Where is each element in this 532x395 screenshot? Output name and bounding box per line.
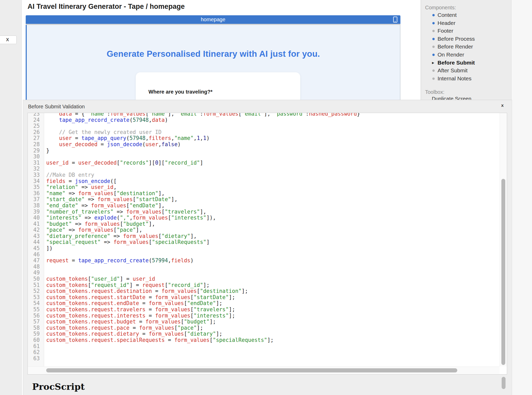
editor-vertical-scrollbar[interactable] — [500, 113, 507, 366]
code-line: "start_date" => form_values["startDate"]… — [46, 196, 500, 203]
toolbox-label: Toolbox: — [425, 89, 445, 95]
components-list: ContentHeaderFooterBefore ProcessBefore … — [421, 11, 511, 82]
code-editor[interactable]: 2324252627282930313233343536373839404142… — [28, 113, 507, 375]
sidebar-item-footer[interactable]: Footer — [421, 27, 511, 35]
sidebar-item-label: Before Render — [438, 44, 473, 50]
before-submit-validation-modal: Before Submit Validation x 2324252627282… — [23, 100, 512, 395]
scrollbar-corner — [500, 366, 507, 374]
travel-form-card: Where are you traveling?* — [136, 72, 300, 100]
code-line: user_decoded = json_decode(user,false) — [46, 142, 500, 148]
code-line: "name" => form_values["destination"], — [46, 191, 500, 197]
code-line: data = { "name":form_values["name"], "em… — [46, 113, 500, 117]
code-line: custom_tokens.request.interests = form_v… — [46, 313, 500, 319]
active-arrow-icon: ▸ — [432, 59, 434, 67]
code-line — [46, 123, 500, 129]
code-line: ]) — [46, 245, 500, 252]
sidebar-item-before-process[interactable]: Before Process — [421, 35, 511, 43]
code-area[interactable]: data = { "name":form_values["name"], "em… — [44, 113, 500, 366]
sidebar-item-before-submit[interactable]: ▸Before Submit — [421, 59, 511, 67]
sidebar-item-label: After Submit — [438, 67, 468, 73]
code-line: request = tape_app_record_create(57994,f… — [46, 258, 500, 264]
code-line: custom_tokens.request.destination = form… — [46, 288, 500, 294]
code-line: fields = json_encode([ — [46, 178, 500, 185]
components-label: Components: — [425, 5, 456, 11]
status-dot-icon — [432, 77, 435, 80]
code-line: custom_tokens.request.pace = form_values… — [46, 325, 500, 331]
destination-question-label: Where are you traveling?* — [148, 89, 213, 95]
status-dot-icon — [432, 30, 435, 32]
status-dot-icon — [432, 38, 435, 40]
code-line: //Make DB entry — [46, 172, 500, 178]
panel-close-button[interactable]: X — [0, 36, 17, 44]
code-line: custom_tokens["user_id"] = user_id — [46, 276, 500, 282]
status-dot-icon — [432, 22, 435, 24]
code-line — [46, 356, 500, 362]
close-x-icon: X — [6, 37, 9, 43]
preview-content: Generate Personalised Itinerary with AI … — [26, 25, 400, 100]
code-line: "dietary_preference" => form_values["die… — [46, 233, 500, 239]
sidebar-item-label: Before Process — [438, 36, 475, 42]
code-line: "interests" => explode(",",form_values["… — [46, 215, 500, 221]
line-number-gutter: 2324252627282930313233343536373839404142… — [28, 113, 44, 366]
gutter-numbers: 2324252627282930313233343536373839404142… — [28, 113, 44, 362]
code-line: user = tape_app_query(57948,filters,"nam… — [46, 135, 500, 142]
editor-vertical-scrollbar-thumb[interactable] — [501, 179, 505, 365]
language-label: ProcScript — [32, 382, 85, 392]
code-line — [46, 343, 500, 350]
page-title: AI Travel Itinerary Generator - Tape / h… — [28, 3, 185, 11]
sidebar-item-label: Footer — [438, 28, 453, 34]
code-line — [46, 270, 500, 276]
code-line: custom_tokens.request.endDate = form_val… — [46, 300, 500, 307]
sidebar-item-header[interactable]: Header — [421, 19, 511, 27]
code-line: custom_tokens.request.specialRequests = … — [46, 337, 500, 343]
status-dot-icon — [432, 46, 435, 48]
code-line — [46, 252, 500, 258]
code-line — [46, 349, 500, 356]
code-line: "relation" => user_id, — [46, 184, 500, 191]
code-line: "end_date" => form_values["endDate"], — [46, 203, 500, 209]
sidebar-item-label: Internal Notes — [438, 75, 472, 81]
code-lines: data = { "name":form_values["name"], "em… — [46, 113, 500, 362]
sidebar-item-internal-notes[interactable]: Internal Notes — [421, 75, 511, 83]
editor-horizontal-scrollbar[interactable] — [28, 366, 500, 374]
sidebar-item-before-render[interactable]: Before Render — [421, 43, 511, 51]
page-background-right — [511, 0, 532, 395]
status-dot-icon — [432, 14, 435, 16]
app-preview-frame: homepage Generate Personalised Itinerary… — [26, 15, 400, 100]
code-line: // Get the newly created user ID — [46, 129, 500, 136]
code-line: custom_tokens.request.dietary = form_val… — [46, 331, 500, 337]
code-line — [46, 264, 500, 270]
code-line: } — [46, 148, 500, 154]
sidebar-item-on-render[interactable]: On Render — [421, 51, 511, 59]
code-line: custom_tokens.request.startDate = form_v… — [46, 294, 500, 301]
editor-horizontal-scrollbar-thumb[interactable] — [46, 368, 457, 372]
sidebar-item-label: Content — [438, 12, 457, 18]
code-line: tape_app_record_create(57948,data) — [46, 117, 500, 123]
left-panel-strip — [0, 0, 22, 395]
status-dot-icon — [432, 69, 435, 72]
code-line: "number_of_travelers" => form_values["tr… — [46, 209, 500, 215]
modal-scrollbar-thumb[interactable] — [502, 377, 506, 389]
close-x-icon: x — [501, 103, 503, 108]
sidebar-item-label: Before Submit — [438, 60, 475, 66]
modal-close-button[interactable]: x — [499, 102, 506, 109]
code-line: "special_request" => form_values["specia… — [46, 239, 500, 245]
code-line — [46, 166, 500, 172]
code-line: custom_tokens.request.travelers = form_v… — [46, 307, 500, 313]
code-line: custom_tokens.request.budget = form_valu… — [46, 319, 500, 325]
sidebar-item-label: Header — [438, 20, 455, 26]
mobile-device-icon[interactable] — [393, 17, 397, 23]
preview-title-bar: homepage — [26, 15, 400, 24]
sidebar-item-content[interactable]: Content — [421, 11, 511, 19]
code-line: "budget" => form_values["budget"], — [46, 221, 500, 227]
status-dot-icon — [432, 54, 435, 56]
modal-title: Before Submit Validation — [28, 104, 85, 110]
preview-screen-name: homepage — [201, 17, 226, 23]
sidebar-item-after-submit[interactable]: After Submit — [421, 67, 511, 75]
code-line — [46, 154, 500, 160]
preview-heading: Generate Personalised Itinerary with AI … — [27, 49, 400, 59]
code-line: custom_tokens["request_id"] = request["r… — [46, 282, 500, 288]
code-line: user_id = user_decoded["records"][0]["re… — [46, 160, 500, 166]
sidebar-item-label: On Render — [438, 52, 464, 58]
code-line: "pace" => form_values["pace"], — [46, 227, 500, 233]
